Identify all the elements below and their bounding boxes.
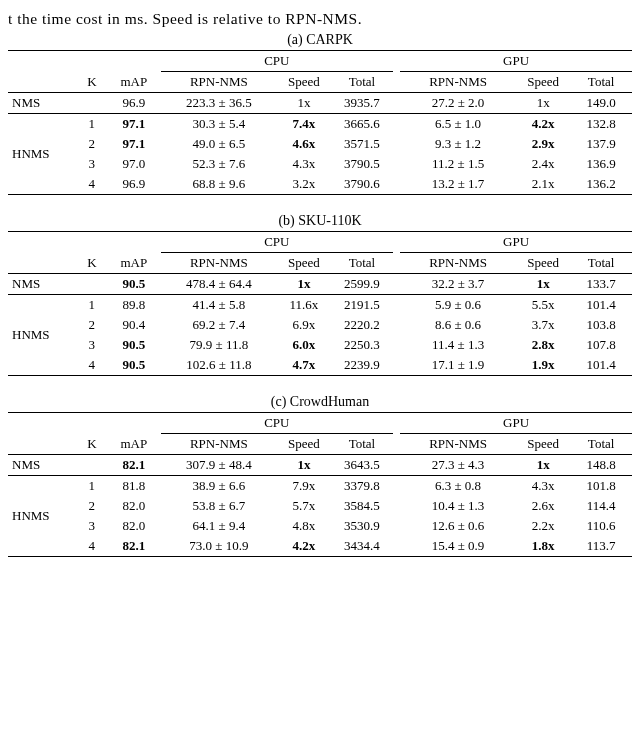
cell-cpu-total: 2191.5 — [331, 295, 393, 316]
cpu-group-header: CPU — [161, 413, 393, 434]
cell-cpu-total: 3379.8 — [331, 476, 393, 497]
col-cpu-speed: Speed — [277, 434, 331, 455]
cell-gpu-total: 110.6 — [570, 516, 632, 536]
col-cpu-speed: Speed — [277, 72, 331, 93]
cell-k: 1 — [77, 476, 107, 497]
cell-cpu-speed: 7.9x — [277, 476, 331, 497]
cell-cpu-total: 2239.9 — [331, 355, 393, 376]
col-cpu-rpn: RPN-NMS — [161, 434, 277, 455]
results-table: CPU GPU K mAP RPN-NMS Speed Total RPN-NM… — [8, 50, 632, 195]
cell-cpu-rpn: 223.3 ± 36.5 — [161, 93, 277, 114]
cell-cpu-speed: 4.7x — [277, 355, 331, 376]
cell-cpu-rpn: 73.0 ± 10.9 — [161, 536, 277, 557]
cell-cpu-rpn: 52.3 ± 7.6 — [161, 154, 277, 174]
cell-cpu-speed: 7.4x — [277, 114, 331, 135]
cell-cpu-rpn: 53.8 ± 6.7 — [161, 496, 277, 516]
col-cpu-total: Total — [331, 72, 393, 93]
cell-map: 90.5 — [107, 355, 161, 376]
cell-k — [77, 93, 107, 114]
cell-cpu-total: 2220.2 — [331, 315, 393, 335]
tables-container: (a) CARPK CPU GPU K mAP RPN-NMS Speed To… — [8, 32, 632, 557]
gap — [393, 315, 400, 335]
cell-gpu-total: 136.9 — [570, 154, 632, 174]
col-map: mAP — [107, 434, 161, 455]
gap — [393, 93, 400, 114]
cell-cpu-rpn: 69.2 ± 7.4 — [161, 315, 277, 335]
cell-map: 82.0 — [107, 496, 161, 516]
blank — [8, 434, 77, 455]
cell-gpu-rpn: 15.4 ± 0.9 — [400, 536, 516, 557]
gap — [393, 72, 400, 93]
cell-cpu-speed: 5.7x — [277, 496, 331, 516]
col-map: mAP — [107, 72, 161, 93]
col-gpu-rpn: RPN-NMS — [400, 253, 516, 274]
blank — [8, 253, 77, 274]
cell-gpu-rpn: 8.6 ± 0.6 — [400, 315, 516, 335]
col-k: K — [77, 434, 107, 455]
nms-label: NMS — [8, 93, 77, 114]
col-k: K — [77, 72, 107, 93]
cell-k: 2 — [77, 496, 107, 516]
cell-gpu-speed: 2.1x — [516, 174, 570, 195]
gap — [393, 295, 400, 316]
col-gpu-rpn: RPN-NMS — [400, 434, 516, 455]
hnms-label: HNMS — [8, 295, 77, 376]
gap — [393, 134, 400, 154]
cell-k: 4 — [77, 355, 107, 376]
cell-gpu-rpn: 6.5 ± 1.0 — [400, 114, 516, 135]
cell-gpu-rpn: 27.2 ± 2.0 — [400, 93, 516, 114]
cell-gpu-total: 114.4 — [570, 496, 632, 516]
cell-gpu-rpn: 6.3 ± 0.8 — [400, 476, 516, 497]
cell-cpu-total: 2599.9 — [331, 274, 393, 295]
cell-k: 4 — [77, 174, 107, 195]
cell-map: 89.8 — [107, 295, 161, 316]
cell-gpu-total: 103.8 — [570, 315, 632, 335]
cell-gpu-speed: 1x — [516, 274, 570, 295]
cell-k: 1 — [77, 114, 107, 135]
blank-header — [8, 51, 161, 72]
cell-gpu-speed: 1.8x — [516, 536, 570, 557]
cell-cpu-speed: 3.2x — [277, 174, 331, 195]
cell-gpu-speed: 2.6x — [516, 496, 570, 516]
cell-map: 82.0 — [107, 516, 161, 536]
cell-cpu-rpn: 49.0 ± 6.5 — [161, 134, 277, 154]
cell-map: 96.9 — [107, 93, 161, 114]
cell-gpu-rpn: 32.2 ± 3.7 — [400, 274, 516, 295]
cell-map: 97.0 — [107, 154, 161, 174]
cell-gpu-total: 113.7 — [570, 536, 632, 557]
cell-gpu-speed: 4.3x — [516, 476, 570, 497]
cell-cpu-rpn: 478.4 ± 64.4 — [161, 274, 277, 295]
gpu-group-header: GPU — [400, 232, 632, 253]
cell-gpu-rpn: 9.3 ± 1.2 — [400, 134, 516, 154]
gpu-group-header: GPU — [400, 413, 632, 434]
cell-cpu-total: 3935.7 — [331, 93, 393, 114]
cell-gpu-speed: 1x — [516, 93, 570, 114]
cell-cpu-rpn: 102.6 ± 11.8 — [161, 355, 277, 376]
cell-gpu-speed: 5.5x — [516, 295, 570, 316]
cell-map: 97.1 — [107, 114, 161, 135]
cell-k: 3 — [77, 516, 107, 536]
gap — [393, 51, 400, 72]
blank-header — [8, 232, 161, 253]
cell-gpu-speed: 2.2x — [516, 516, 570, 536]
cell-cpu-total: 3584.5 — [331, 496, 393, 516]
cell-cpu-speed: 1x — [277, 455, 331, 476]
cell-gpu-rpn: 5.9 ± 0.6 — [400, 295, 516, 316]
col-map: mAP — [107, 253, 161, 274]
cell-gpu-speed: 4.2x — [516, 114, 570, 135]
cell-k — [77, 274, 107, 295]
gap — [393, 476, 400, 497]
col-gpu-speed: Speed — [516, 434, 570, 455]
cell-cpu-total: 2250.3 — [331, 335, 393, 355]
results-table: CPU GPU K mAP RPN-NMS Speed Total RPN-NM… — [8, 231, 632, 376]
cell-k: 2 — [77, 134, 107, 154]
cell-cpu-rpn: 307.9 ± 48.4 — [161, 455, 277, 476]
cell-cpu-total: 3665.6 — [331, 114, 393, 135]
gap — [393, 413, 400, 434]
cell-gpu-speed: 1x — [516, 455, 570, 476]
gap — [393, 232, 400, 253]
caption-text: t the time cost in ms. Speed is relative… — [8, 10, 632, 28]
col-cpu-rpn: RPN-NMS — [161, 72, 277, 93]
cell-gpu-total: 101.4 — [570, 355, 632, 376]
gap — [393, 253, 400, 274]
